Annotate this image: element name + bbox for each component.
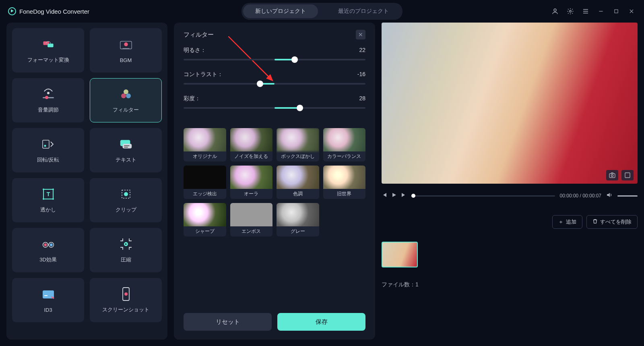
time-display: 00:00:00 / 00:00:07 [560, 193, 601, 199]
tool-label: 回転/反転 [37, 156, 60, 164]
glasses-3d-icon [41, 237, 56, 251]
trash-icon [592, 219, 598, 225]
tool-filter[interactable]: フィルター [90, 78, 162, 122]
delete-all-button[interactable]: すべてを削除 [586, 215, 638, 229]
tool-format-convert[interactable]: フォーマット変換 [12, 28, 84, 73]
filter-panel: フィルター ✕ 明るさ：22 コントラスト：-16 彩度：28 オリジナル ノイ… [174, 23, 375, 340]
tool-screenshot[interactable]: スクリーンショット [90, 278, 162, 322]
svg-point-25 [52, 198, 54, 200]
svg-rect-2 [615, 10, 618, 13]
progress-bar[interactable] [411, 195, 555, 197]
preset-original[interactable]: オリジナル [184, 128, 226, 162]
text-icon [119, 137, 133, 151]
file-count: ファイル数：1 [382, 281, 638, 288]
tab-new-project[interactable]: 新しいプロジェクト [243, 4, 318, 18]
svg-rect-7 [122, 48, 129, 49]
reset-button[interactable]: リセット [184, 313, 272, 331]
contrast-slider[interactable]: コントラスト：-16 [184, 71, 365, 85]
svg-point-36 [124, 292, 128, 296]
tool-label: 音量調節 [38, 106, 59, 114]
slider-value: 22 [359, 47, 365, 54]
tool-label: 透かし [40, 206, 56, 213]
tool-label: フォーマット変換 [27, 56, 69, 64]
account-icon[interactable] [551, 7, 559, 16]
svg-rect-4 [47, 44, 53, 47]
preset-hue[interactable]: 色調 [277, 166, 319, 199]
next-button[interactable] [401, 192, 407, 199]
tool-label: 圧縮 [121, 256, 131, 263]
svg-rect-17 [122, 144, 132, 148]
preset-aura[interactable]: オーラ [230, 166, 273, 199]
preset-color-balance[interactable]: カラーバランス [323, 128, 366, 162]
tool-volume[interactable]: 音量調節 [12, 78, 84, 122]
svg-point-0 [554, 9, 556, 11]
menu-icon[interactable] [581, 7, 590, 16]
prev-button[interactable] [382, 192, 387, 199]
tool-label: 3D効果 [39, 256, 57, 263]
volume-icon [41, 87, 56, 102]
preset-sharp[interactable]: シャープ [184, 203, 226, 236]
svg-rect-14 [43, 140, 49, 148]
tool-clip[interactable]: クリップ [90, 178, 162, 222]
preset-gray[interactable]: グレー [277, 203, 319, 236]
fullscreen-button[interactable] [621, 170, 634, 180]
filter-presets: オリジナル ノイズを加える ボックスぼかし カラーバランス エッジ検出 オーラ … [184, 128, 365, 236]
tool-sidebar[interactable]: フォーマット変換 BGM 音量調節 フィルター 回転/反転 テキスト [6, 23, 167, 340]
preset-old-world[interactable]: 旧世界 [323, 166, 366, 199]
tool-rotate[interactable]: 回転/反転 [12, 128, 84, 172]
svg-point-39 [611, 175, 613, 177]
tab-recent-projects[interactable]: 最近のプロジェクト [326, 4, 401, 18]
preset-noise[interactable]: ノイズを加える [230, 128, 273, 162]
svg-point-10 [45, 96, 48, 99]
svg-rect-19 [124, 147, 128, 148]
svg-rect-18 [124, 145, 129, 146]
playback-bar: 00:00:00 / 00:00:07 [382, 189, 638, 202]
preset-emboss[interactable]: エンボス [230, 203, 273, 236]
svg-rect-40 [625, 173, 630, 178]
svg-point-15 [44, 145, 46, 147]
filter-icon [119, 87, 133, 102]
tool-watermark[interactable]: T 透かし [12, 178, 84, 222]
tool-label: テキスト [116, 156, 136, 164]
convert-icon [41, 37, 56, 52]
svg-point-6 [124, 42, 128, 46]
svg-rect-9 [43, 97, 54, 98]
tool-id3[interactable]: ID3 [12, 278, 84, 322]
volume-slider[interactable] [617, 195, 638, 197]
tool-label: フィルター [113, 106, 139, 114]
app-title: FoneDog Video Converter [19, 8, 89, 15]
brightness-slider[interactable]: 明るさ：22 [184, 47, 365, 60]
svg-text:T: T [46, 191, 50, 197]
tool-bgm[interactable]: BGM [90, 28, 162, 73]
clip-thumbnail[interactable] [382, 242, 418, 267]
slider-label: 明るさ： [184, 47, 206, 54]
settings-icon[interactable] [566, 7, 575, 16]
svg-point-11 [124, 89, 128, 94]
volume-icon[interactable] [606, 192, 613, 199]
logo-play-icon [8, 7, 16, 15]
svg-point-12 [121, 93, 126, 98]
tool-3d[interactable]: 3D効果 [12, 228, 84, 272]
slider-value: -16 [357, 71, 365, 78]
app-logo: FoneDog Video Converter [8, 7, 89, 15]
close-panel-button[interactable]: ✕ [356, 30, 365, 39]
preview-frame [382, 23, 638, 184]
add-clip-button[interactable]: ＋追加 [552, 215, 582, 229]
clip-icon [119, 187, 133, 201]
tool-text[interactable]: テキスト [90, 128, 162, 172]
compress-icon [119, 237, 133, 251]
snapshot-button[interactable] [606, 170, 618, 180]
window-minimize-icon[interactable] [597, 7, 605, 16]
preset-edge[interactable]: エッジ検出 [184, 166, 226, 199]
saturation-slider[interactable]: 彩度：28 [184, 95, 365, 109]
svg-point-13 [126, 93, 131, 98]
preset-box-blur[interactable]: ボックスぼかし [277, 128, 319, 162]
svg-rect-38 [609, 174, 615, 178]
play-button[interactable] [391, 192, 397, 199]
window-close-icon[interactable] [627, 7, 636, 16]
svg-point-22 [43, 189, 44, 190]
save-button[interactable]: 保存 [277, 313, 365, 331]
window-maximize-icon[interactable] [612, 7, 621, 16]
tool-label: クリップ [116, 206, 136, 213]
tool-compress[interactable]: 圧縮 [90, 228, 162, 272]
